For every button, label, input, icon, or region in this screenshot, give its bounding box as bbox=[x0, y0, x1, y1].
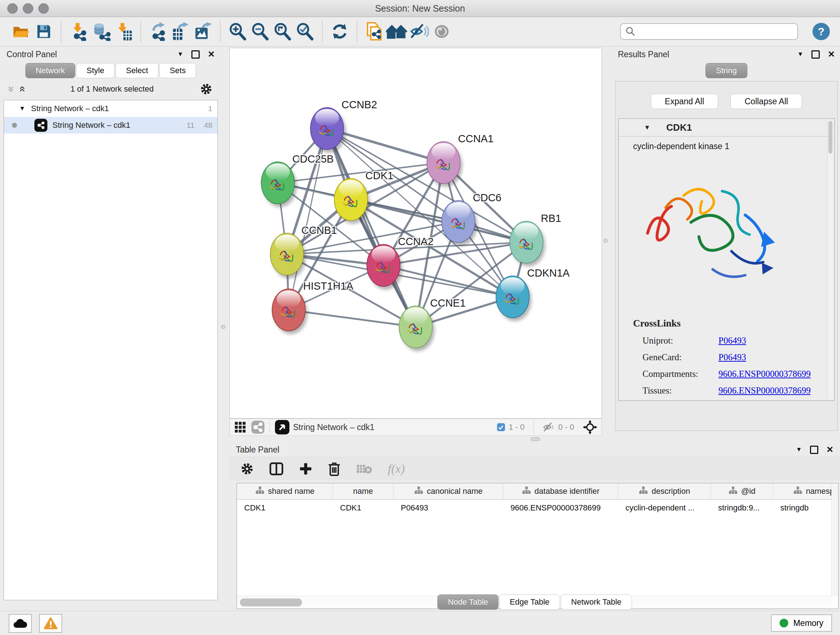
table-options-gear-icon[interactable] bbox=[240, 462, 254, 476]
network-edge[interactable] bbox=[351, 200, 526, 242]
table-cell[interactable]: stringdb bbox=[773, 500, 838, 516]
delete-table-icon[interactable] bbox=[356, 463, 373, 475]
panel-close-icon[interactable]: ✕ bbox=[828, 50, 835, 59]
zoom-in-button[interactable] bbox=[226, 20, 249, 43]
panel-float-icon[interactable] bbox=[810, 446, 818, 454]
expand-all-button[interactable]: Expand All bbox=[651, 94, 718, 109]
network-options-gear-icon[interactable] bbox=[200, 82, 213, 96]
fit-selection-crosshair-icon[interactable] bbox=[583, 420, 597, 434]
column-header-description[interactable]: description bbox=[618, 483, 711, 499]
network-view-share-icon[interactable] bbox=[251, 421, 264, 434]
memory-button[interactable]: Memory bbox=[771, 614, 832, 632]
tab-edge-table[interactable]: Edge Table bbox=[499, 594, 560, 610]
table-cell[interactable]: CDK1 bbox=[333, 500, 393, 516]
entry-header[interactable]: ▼ CDK1 bbox=[619, 119, 834, 136]
network-node-CCNB1[interactable] bbox=[270, 233, 306, 279]
panel-float-icon[interactable] bbox=[191, 50, 200, 59]
column-label: canonical name bbox=[427, 486, 483, 496]
crosslink-link[interactable]: 9606.ENSP00000378699 bbox=[718, 386, 811, 396]
hidden-elements-eye-slash-icon[interactable] bbox=[542, 422, 554, 432]
network-node-CCNE1[interactable] bbox=[399, 306, 434, 351]
network-node-RB1[interactable] bbox=[510, 221, 545, 266]
tab-style[interactable]: Style bbox=[76, 63, 115, 78]
entry-expander-icon[interactable]: ▼ bbox=[644, 124, 651, 131]
panel-menu-icon[interactable]: ▼ bbox=[177, 51, 183, 58]
clone-network-button[interactable] bbox=[363, 20, 386, 43]
results-scrollbar[interactable] bbox=[827, 119, 834, 400]
tab-select[interactable]: Select bbox=[115, 63, 158, 78]
panel-close-icon[interactable]: ✕ bbox=[208, 50, 215, 59]
collection-expander-icon[interactable]: ▼ bbox=[19, 105, 25, 112]
import-table-button[interactable] bbox=[112, 20, 134, 43]
import-network-button[interactable] bbox=[67, 20, 90, 43]
network-node-CCNA2[interactable] bbox=[367, 244, 402, 290]
export-table-icon bbox=[171, 22, 190, 41]
network-view-canvas[interactable]: CCNB2CCNA1CDC25BCDK1CDC6RB1CCNB1CCNA2CDK… bbox=[229, 48, 602, 418]
first-neighbors-button[interactable] bbox=[386, 20, 408, 43]
tab-network-table[interactable]: Network Table bbox=[561, 594, 632, 610]
tab-node-table[interactable]: Node Table bbox=[437, 594, 499, 610]
column-header-name[interactable]: name bbox=[333, 483, 393, 499]
hide-selected-button[interactable] bbox=[408, 20, 431, 43]
import-network-from-database-button[interactable] bbox=[90, 20, 112, 43]
network-row[interactable]: String Network – cdk1 11 48 bbox=[4, 117, 218, 134]
tab-string[interactable]: String bbox=[706, 63, 747, 78]
column-header-namespace[interactable]: namespace bbox=[773, 483, 838, 499]
panel-float-icon[interactable] bbox=[812, 50, 820, 59]
right-splitter-handle[interactable] bbox=[603, 239, 608, 243]
collapse-all-button[interactable]: Collapse All bbox=[730, 94, 802, 109]
column-header--id[interactable]: @id bbox=[711, 483, 773, 499]
table-vertical-scrollbar[interactable] bbox=[831, 483, 838, 596]
panel-menu-icon[interactable]: ▼ bbox=[797, 51, 804, 58]
grid-view-icon[interactable] bbox=[234, 421, 246, 433]
bottom-splitter-handle[interactable] bbox=[531, 437, 540, 441]
expand-all-networks-icon[interactable]: » bbox=[16, 86, 27, 92]
table-cell[interactable]: CDK1 bbox=[237, 500, 333, 516]
show-columns-icon[interactable] bbox=[269, 462, 284, 476]
left-splitter-handle[interactable] bbox=[221, 325, 225, 329]
network-edge[interactable] bbox=[289, 310, 416, 327]
crosslink-link[interactable]: P06493 bbox=[718, 336, 746, 346]
column-header-shared-name[interactable]: shared name bbox=[237, 483, 333, 499]
table-cell[interactable]: stringdb:9... bbox=[711, 500, 773, 516]
network-node-CCNB2[interactable] bbox=[310, 108, 346, 153]
zoom-selected-button[interactable] bbox=[294, 20, 316, 43]
search-box[interactable] bbox=[620, 23, 798, 40]
column-namespace-icon bbox=[522, 486, 531, 497]
zoom-out-button[interactable] bbox=[249, 20, 271, 43]
export-network-button[interactable] bbox=[147, 20, 169, 43]
crosslink-link[interactable]: P06493 bbox=[718, 352, 746, 363]
cloud-status-button[interactable] bbox=[9, 614, 32, 633]
create-column-plus-icon[interactable] bbox=[299, 462, 313, 476]
panel-menu-icon[interactable]: ▼ bbox=[796, 446, 802, 453]
column-header-database-identifier[interactable]: database identifier bbox=[503, 483, 618, 499]
panel-close-icon[interactable]: ✕ bbox=[826, 445, 834, 454]
refresh-layout-button[interactable] bbox=[328, 20, 351, 43]
network-edge[interactable] bbox=[327, 128, 416, 327]
export-table-button[interactable] bbox=[169, 20, 192, 43]
network-node-HIST1H1A[interactable] bbox=[272, 289, 308, 334]
birdseye-view-icon[interactable] bbox=[275, 420, 289, 434]
network-node-CDC6[interactable] bbox=[442, 201, 477, 246]
table-cell[interactable]: 9606.ENSP00000378699 bbox=[503, 500, 618, 516]
crosslink-link[interactable]: 9606.ENSP00000378699 bbox=[718, 369, 811, 379]
search-input[interactable] bbox=[636, 27, 793, 36]
zoom-fit-button[interactable] bbox=[271, 20, 294, 43]
save-session-button[interactable] bbox=[33, 20, 55, 43]
tab-network[interactable]: Network bbox=[25, 63, 76, 78]
delete-column-trash-icon[interactable] bbox=[328, 462, 341, 476]
column-header-canonical-name[interactable]: canonical name bbox=[393, 483, 503, 499]
table-row[interactable]: CDK1CDK1P064939606.ENSP00000378699cyclin… bbox=[237, 500, 838, 516]
export-image-button[interactable] bbox=[192, 20, 214, 43]
help-button[interactable]: ? bbox=[813, 23, 830, 40]
network-node-CDKN1A[interactable] bbox=[496, 276, 531, 321]
tab-sets[interactable]: Sets bbox=[159, 63, 196, 78]
table-cell[interactable]: P06493 bbox=[393, 500, 503, 516]
table-cell[interactable]: cyclin-dependent ... bbox=[618, 500, 711, 516]
network-node-CDK1[interactable] bbox=[334, 179, 370, 224]
network-collection-row[interactable]: ▼ String Network – cdk1 1 bbox=[4, 100, 218, 117]
show-all-button[interactable] bbox=[431, 20, 453, 43]
open-session-button[interactable] bbox=[10, 20, 33, 43]
selected-nodes-checkbox[interactable] bbox=[497, 423, 505, 431]
warnings-button[interactable] bbox=[39, 614, 62, 633]
